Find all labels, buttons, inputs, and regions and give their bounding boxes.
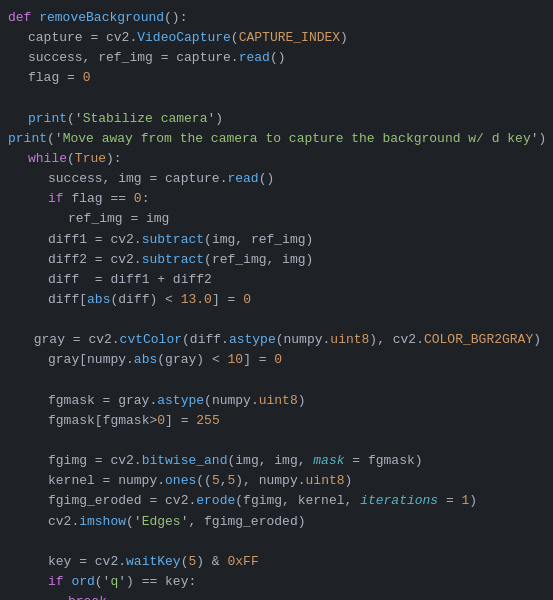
token: imshow <box>79 512 126 532</box>
token: ) <box>306 250 314 270</box>
token: = <box>95 471 118 491</box>
token: cv2 <box>48 512 71 532</box>
token: COLOR_BGR2GRAY <box>424 330 533 350</box>
token: img <box>212 230 235 250</box>
token: (' <box>126 512 142 532</box>
token: 0 <box>83 68 91 88</box>
token: fgimg_eroded <box>204 512 298 532</box>
token: . <box>134 250 142 270</box>
token: . <box>221 330 229 350</box>
token: fgmask <box>48 391 95 411</box>
token: ) <box>298 391 306 411</box>
token: = <box>65 330 88 350</box>
code-line: diff2 = cv2.subtract(ref_img, img) <box>0 250 553 270</box>
token: 0 <box>157 411 165 431</box>
token: . <box>126 350 134 370</box>
token: capture <box>176 48 231 68</box>
token: = <box>87 230 110 250</box>
token: ') == <box>118 572 165 592</box>
token: ) <box>415 451 423 471</box>
code-line <box>0 371 553 391</box>
token: astype <box>157 391 204 411</box>
token: Move away from the camera to capture the… <box>63 129 531 149</box>
code-line: fgimg_eroded = cv2.erode(fgimg, kernel, … <box>0 491 553 511</box>
token: iterations <box>360 491 438 511</box>
token: abs <box>87 290 110 310</box>
token: bitwise_and <box>142 451 228 471</box>
code-line: print('Stabilize camera') <box>0 109 553 129</box>
token: . <box>323 330 331 350</box>
token: = <box>79 270 110 290</box>
token: ), <box>235 471 258 491</box>
token: fgmask <box>48 411 95 431</box>
token: . <box>220 169 228 189</box>
token: read <box>227 169 258 189</box>
token: VideoCapture <box>137 28 231 48</box>
token: ) <box>306 230 314 250</box>
token: ): <box>106 149 122 169</box>
token: break <box>68 592 107 600</box>
token: removeBackground <box>39 8 164 28</box>
token: ( <box>182 330 190 350</box>
token: numpy <box>118 471 157 491</box>
token: subtract <box>142 230 204 250</box>
token: gray <box>34 330 65 350</box>
token: 5 <box>228 471 236 491</box>
token: cv2 <box>110 230 133 250</box>
token: . <box>416 330 424 350</box>
token: . <box>231 48 239 68</box>
token: 10 <box>228 350 244 370</box>
token: cv2 <box>88 330 111 350</box>
token: 5 <box>212 471 220 491</box>
token: ( <box>110 290 118 310</box>
token: cv2 <box>165 491 188 511</box>
code-line <box>0 431 553 451</box>
token: , <box>282 491 298 511</box>
code-line: cv2.imshow('Edges', fgimg_eroded) <box>0 512 553 532</box>
token: . <box>71 512 79 532</box>
token: ) <box>533 330 541 350</box>
token: img <box>282 250 305 270</box>
token: ( <box>181 552 189 572</box>
token: = <box>438 491 461 511</box>
token: = <box>123 209 146 229</box>
token: img <box>118 169 141 189</box>
token: q <box>110 572 118 592</box>
token: diff2 <box>173 270 212 290</box>
token: flag <box>71 189 102 209</box>
token: numpy <box>259 471 298 491</box>
token: Stabilize camera <box>83 109 208 129</box>
token: , <box>235 230 251 250</box>
token: cv2 <box>110 451 133 471</box>
code-line <box>0 310 553 330</box>
token: print <box>8 129 47 149</box>
token: . <box>134 230 142 250</box>
token: = <box>71 552 94 572</box>
token: numpy <box>212 391 251 411</box>
token: img <box>146 209 169 229</box>
token: diff <box>48 290 79 310</box>
token: ref_img <box>251 230 306 250</box>
code-line: diff[abs(diff) < 13.0] = 0 <box>0 290 553 310</box>
token: . <box>129 28 137 48</box>
token: . <box>251 391 259 411</box>
token: = <box>345 451 368 471</box>
code-line: if flag == 0: <box>0 189 553 209</box>
token: if <box>48 572 71 592</box>
token: 0xFF <box>227 552 258 572</box>
token: = <box>87 451 110 471</box>
token: ) <box>345 471 353 491</box>
token: (): <box>164 8 187 28</box>
token: numpy <box>284 330 323 350</box>
token: , <box>345 491 361 511</box>
token: ) <box>298 512 306 532</box>
token: + <box>149 270 172 290</box>
token: ) < <box>149 290 180 310</box>
token: ( <box>276 330 284 350</box>
token: () <box>270 48 286 68</box>
code-line: print('Move away from the camera to capt… <box>0 129 553 149</box>
code-line: gray[numpy.abs(gray) < 10] = 0 <box>0 350 553 370</box>
code-line: diff = diff1 + diff2 <box>0 270 553 290</box>
token: ( <box>231 28 239 48</box>
token: success <box>48 169 103 189</box>
